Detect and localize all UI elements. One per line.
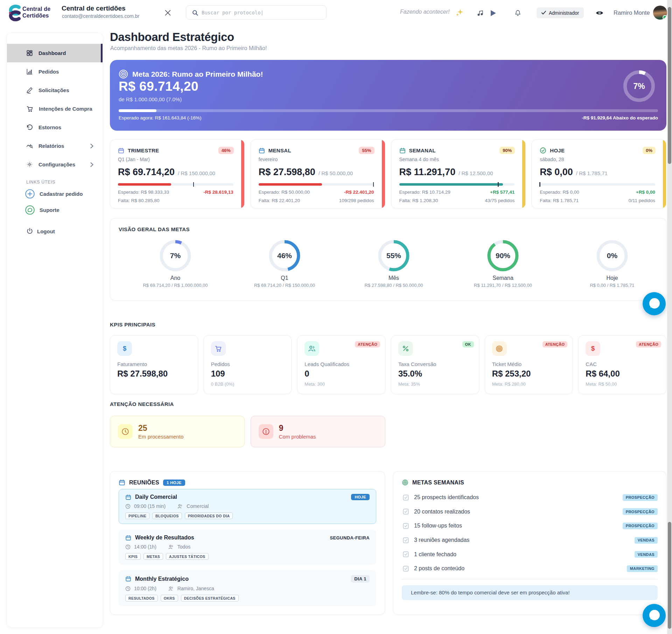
period-value: R$ 27.598,80: [259, 167, 315, 178]
sidebar-item-label: Pedidos: [38, 69, 59, 75]
meeting-daily-comercial[interactable]: Daily Comercial HOJE 09:00 (15 min) Come…: [119, 489, 376, 524]
sidebar-item-dashboard[interactable]: Dashboard: [7, 44, 103, 62]
kpi-badge: ATENÇÃO: [355, 341, 380, 347]
sidebar-link-label: Cadastrar pedido: [40, 191, 83, 197]
attention-processing-card[interactable]: 25 Em processamento: [110, 416, 245, 447]
kpi-faturamento: $ Faturamento R$ 27.598,80: [110, 335, 198, 394]
falta-label: Falta: R$ 1.208,30: [399, 198, 438, 203]
checkbox-icon[interactable]: [403, 551, 409, 557]
eye-icon[interactable]: [596, 10, 603, 16]
esperado-label: Esperado: R$ 50.000,00: [259, 189, 310, 195]
status-stripe: [241, 140, 244, 208]
sidebar-item-solicitacoes[interactable]: Solicitações: [7, 81, 103, 99]
esperado-label: Esperado: R$ 10.714,29: [399, 189, 450, 195]
attention-count: 25: [138, 423, 183, 433]
whatsapp-icon: [25, 205, 35, 215]
falta-label: Falta: R$ 22.401,20: [259, 198, 300, 203]
banner-below-expected: -R$ 91.929,64 Abaixo do esperado: [582, 115, 658, 120]
sidebar-item-estornos[interactable]: Estornos: [7, 118, 103, 137]
attention-problems-card[interactable]: 9 Com problemas: [251, 416, 385, 447]
sidebar-logout[interactable]: Logout: [7, 223, 103, 239]
kpi-ticket-medio: ATENÇÃO Ticket Médio R$ 253,20 Meta: R$ …: [485, 335, 573, 394]
kpi-sub: Meta: 35%: [398, 381, 472, 387]
search-input[interactable]: [202, 6, 321, 19]
target-icon: [496, 345, 503, 352]
sidebar-item-label: Estornos: [38, 124, 61, 130]
sidebar-item-configuracoes[interactable]: Configurações: [7, 155, 103, 174]
chat-button[interactable]: [643, 604, 666, 627]
play-icon[interactable]: [490, 10, 496, 16]
goal-category-badge: VENDAS: [635, 551, 658, 558]
checkbox-icon[interactable]: [403, 537, 409, 543]
scrollbar-thumb[interactable]: [668, 7, 671, 164]
meeting-attendees: Todos: [177, 544, 190, 550]
esperado-label: Esperado: R$ 98.333,33: [118, 189, 169, 195]
period-label: sábado, 28: [540, 157, 658, 162]
checkbox-icon[interactable]: [403, 523, 409, 529]
period-progress: [259, 183, 374, 186]
overview-donut-mes: 55% Mês R$ 27.598,80 / R$ 50.000,00: [339, 240, 448, 288]
pedidos-label: 0/11 pedidos: [629, 198, 655, 203]
meta-2026-banner: Meta 2026: Rumo ao Primeiro Milhão! R$ 6…: [110, 60, 666, 131]
kpi-label: Ticket Médio: [492, 361, 566, 367]
pedidos-label: 109/298 pedidos: [339, 198, 374, 203]
falta-label: Falta: R$ 1.785,71: [540, 198, 579, 203]
period-card-mensal: MENSAL 55% fevereiro R$ 27.598,80/ R$ 50…: [251, 139, 385, 208]
period-card-hoje: HOJE 0% sábado, 28 R$ 0,00/ R$ 1.785,71 …: [532, 139, 666, 208]
kpi-pedidos: Pedidos 109 0 B2B (0%): [204, 335, 292, 394]
brand-name: Central deCertidões: [22, 6, 50, 19]
sidebar-link-suporte[interactable]: Suporte: [7, 202, 103, 218]
kpi-label: Leads Qualificados: [304, 361, 378, 367]
period-card-semanal: SEMANAL 90% Semana 4 do mês R$ 11.291,70…: [391, 139, 526, 208]
target-icon: [119, 69, 128, 79]
checkbox-icon[interactable]: [403, 509, 409, 515]
sidebar-item-intencoes[interactable]: Intenções de Compra: [7, 99, 103, 118]
sidebar-item-relatorios[interactable]: Relatórios: [7, 137, 103, 155]
status-stripe: [382, 140, 385, 208]
sidebar-item-label: Configurações: [38, 161, 75, 167]
music-icon[interactable]: [477, 9, 483, 17]
checkbox-icon[interactable]: [403, 495, 409, 501]
chat-button[interactable]: [643, 292, 666, 315]
search-icon: [192, 9, 198, 16]
kpi-cards-row: $ Faturamento R$ 27.598,80 Pedidos 109 0…: [110, 335, 666, 394]
meeting-monthly-estrategico[interactable]: Monthly Estratégico DIA 1 10:00 (2h) Ram…: [119, 570, 376, 606]
notifications-bell-icon[interactable]: [514, 9, 521, 17]
kpi-value: R$ 253,20: [492, 369, 566, 379]
goal-category-badge: VENDAS: [635, 537, 658, 544]
banner-value: R$ 69.714,20: [119, 79, 198, 94]
overview-donut-ano: 7% Ano R$ 69.714,20 / R$ 1.000.000,00: [121, 240, 230, 288]
checkbox-icon[interactable]: [403, 566, 409, 572]
close-icon[interactable]: [164, 9, 172, 16]
user-name[interactable]: Ramiro Monte: [614, 9, 650, 16]
pedidos-label: 43/75 pedidos: [485, 198, 514, 203]
goal-text: 25 prospects identificados: [414, 494, 479, 501]
kpi-leads: ATENÇÃO Leads Qualificados 0 Meta: 300: [297, 335, 385, 394]
meeting-tag: RESULTADOS: [125, 595, 158, 601]
sidebar-link-cadastrar[interactable]: Cadastrar pedido: [7, 186, 103, 202]
kpi-label: Pedidos: [211, 361, 285, 367]
delta-label: +R$ 577,41: [490, 189, 514, 195]
avatar[interactable]: [653, 6, 667, 20]
power-icon: [26, 228, 33, 235]
dashboard-grid-icon: [26, 50, 33, 56]
period-card-title: MENSAL: [268, 147, 291, 153]
banner-progress: [119, 109, 658, 112]
period-label: Q1 (Jan - Mar): [118, 157, 237, 162]
sidebar-item-pedidos[interactable]: Pedidos: [7, 62, 103, 81]
delta-label: +R$ 0,00: [636, 189, 655, 195]
sidebar-logout-label: Logout: [37, 228, 55, 234]
period-progress: [540, 183, 655, 186]
chevron-right-icon: [90, 162, 93, 167]
period-target: / R$ 1.785,71: [576, 170, 608, 176]
role-badge[interactable]: Administrador: [537, 7, 584, 18]
goal-row: 20 contatos realizados PROSPECÇÃO: [403, 505, 658, 519]
scrollbar-thumb[interactable]: [668, 522, 671, 629]
meeting-day-badge: SEGUNDA-FEIRA: [330, 535, 370, 540]
meeting-weekly-resultados[interactable]: Weekly de Resultados SEGUNDA-FEIRA 14:00…: [119, 530, 376, 565]
dollar-icon: $: [589, 345, 596, 352]
kpi-label: CAC: [586, 361, 659, 367]
meetings-card: REUNIÕES 1 HOJE Daily Comercial HOJE 09:…: [110, 471, 385, 615]
sidebar-item-label: Relatórios: [38, 143, 64, 149]
kpi-cac: $ ATENÇÃO CAC R$ 64,00 Meta: R$ 50,00: [578, 335, 666, 394]
